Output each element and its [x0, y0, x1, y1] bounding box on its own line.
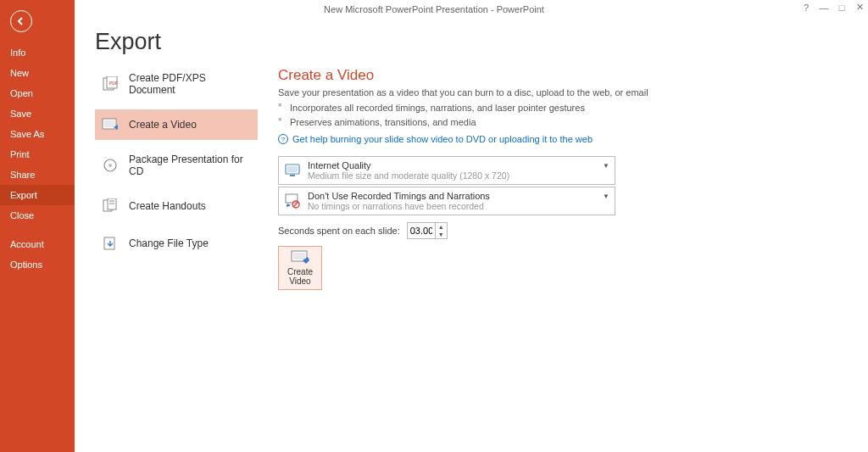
close-window-button[interactable]: ✕	[854, 2, 865, 13]
seconds-label: Seconds spent on each slide:	[278, 226, 400, 236]
detail-heading: Create a Video	[278, 67, 753, 84]
export-option-icon	[102, 198, 119, 215]
svg-rect-8	[104, 120, 114, 127]
detail-bullet: Preserves animations, transitions, and m…	[278, 115, 753, 130]
export-option-create-handouts[interactable]: Create Handouts	[95, 191, 258, 221]
sidebar-item-options[interactable]: Options	[0, 254, 75, 275]
title-bar: New Microsoft PowerPoint Presentation - …	[0, 0, 868, 19]
export-option-label: Change File Type	[129, 237, 209, 249]
sidebar-item-account[interactable]: Account	[0, 234, 75, 254]
quality-dropdown[interactable]: Internet Quality Medium file size and mo…	[278, 156, 615, 185]
minimize-button[interactable]: —	[819, 3, 829, 13]
svg-rect-17	[287, 166, 298, 172]
export-option-create-a-video[interactable]: Create a Video	[95, 109, 258, 140]
export-option-package-presentation-for-cd[interactable]: Package Presentation for CD	[95, 147, 258, 184]
page-title: Export	[95, 29, 848, 55]
svg-text:PDF: PDF	[109, 81, 118, 86]
create-video-icon	[291, 250, 309, 265]
export-option-label: Package Presentation for CD	[129, 153, 251, 177]
svg-point-10	[108, 164, 112, 167]
export-option-label: Create Handouts	[129, 200, 206, 212]
sidebar-item-open[interactable]: Open	[0, 83, 75, 103]
chevron-down-icon: ▼	[603, 162, 609, 170]
export-option-icon	[102, 157, 119, 174]
svg-rect-23	[293, 253, 305, 259]
help-button[interactable]: ?	[801, 3, 811, 13]
help-link-text: Get help burning your slide show video t…	[292, 134, 593, 144]
export-option-icon	[102, 235, 119, 252]
backstage-sidebar: InfoNewOpenSaveSave AsPrintShareExportCl…	[0, 0, 75, 452]
quality-sub: Medium file size and moderate quality (1…	[308, 170, 609, 181]
export-option-icon	[102, 116, 119, 133]
sidebar-item-print[interactable]: Print	[0, 144, 75, 165]
detail-panel: Create a Video Save your presentation as…	[278, 65, 753, 290]
chevron-down-icon: ▼	[603, 193, 609, 200]
restore-button[interactable]: □	[837, 3, 847, 13]
sidebar-item-close[interactable]: Close	[0, 205, 75, 226]
back-button[interactable]	[10, 10, 32, 32]
export-option-icon: PDF	[102, 75, 119, 92]
sidebar-item-info[interactable]: Info	[0, 42, 75, 63]
sidebar-item-save[interactable]: Save	[0, 103, 75, 124]
export-option-label: Create a Video	[129, 119, 197, 131]
timings-dropdown[interactable]: Don't Use Recorded Timings and Narration…	[278, 187, 615, 215]
seconds-spinner[interactable]: ▲ ▼	[407, 222, 448, 239]
export-option-create-pdf-xps-document[interactable]: PDFCreate PDF/XPS Document	[95, 65, 258, 103]
svg-rect-15	[104, 237, 114, 249]
sidebar-item-save-as[interactable]: Save As	[0, 124, 75, 144]
sidebar-item-share[interactable]: Share	[0, 165, 75, 185]
quality-title: Internet Quality	[308, 160, 609, 170]
sidebar-item-export[interactable]: Export	[0, 185, 75, 205]
content-area: Export PDFCreate PDF/XPS DocumentCreate …	[75, 0, 868, 452]
svg-rect-18	[290, 175, 295, 176]
spin-down[interactable]: ▼	[436, 231, 447, 238]
spin-up[interactable]: ▲	[436, 223, 447, 231]
detail-subheading: Save your presentation as a video that y…	[278, 87, 753, 98]
seconds-input[interactable]	[408, 224, 435, 237]
window-title: New Microsoft PowerPoint Presentation - …	[324, 4, 544, 14]
help-link[interactable]: ? Get help burning your slide show video…	[278, 134, 753, 144]
export-option-change-file-type[interactable]: Change File Type	[95, 228, 258, 259]
create-video-button[interactable]: CreateVideo	[278, 246, 322, 290]
sidebar-item-new[interactable]: New	[0, 63, 75, 83]
narration-off-icon	[284, 193, 301, 209]
export-option-label: Create PDF/XPS Document	[129, 72, 251, 96]
timings-title: Don't Use Recorded Timings and Narration…	[308, 191, 609, 201]
detail-bullet: Incorporates all recorded timings, narra…	[278, 101, 753, 115]
help-icon: ?	[278, 134, 288, 144]
export-options-list: PDFCreate PDF/XPS DocumentCreate a Video…	[95, 65, 258, 290]
timings-sub: No timings or narrations have been recor…	[308, 201, 609, 211]
monitor-icon	[284, 162, 301, 179]
